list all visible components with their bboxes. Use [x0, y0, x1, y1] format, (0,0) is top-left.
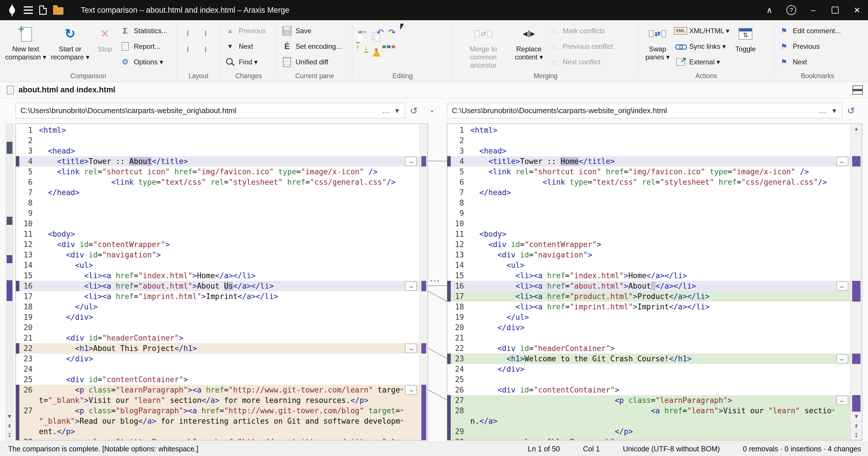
- code-line[interactable]: 8: [447, 198, 850, 208]
- code-text[interactable]: <div id="contentContainer">: [37, 374, 420, 385]
- sync-links-button[interactable]: Sync links ▾: [674, 40, 731, 53]
- next-change-down-button[interactable]: ▼: [6, 411, 13, 421]
- start-or-recompare-button[interactable]: ↻ Start or recompare ▾: [49, 24, 92, 62]
- find-button[interactable]: Find ▾: [223, 55, 267, 69]
- code-line[interactable]: 12 <div id="contentWrapper">: [16, 239, 420, 250]
- code-line[interactable]: 25 <div id="contentContainer">: [16, 374, 420, 385]
- code-text[interactable]: [468, 333, 850, 343]
- code-line[interactable]: 26 <p class="learnParagraph"><a href="ht…: [16, 385, 420, 395]
- code-line[interactable]: 18 <li><a href="imprint.html">Imprint</a…: [447, 302, 850, 312]
- code-text[interactable]: <li><a href="about.html">About Us</a></l…: [37, 281, 420, 291]
- code-text[interactable]: </p>: [468, 426, 850, 437]
- code-line[interactable]: 6 <link type="text/css" rel="stylesheet"…: [16, 177, 420, 187]
- code-line[interactable]: 29 </p>: [447, 426, 850, 437]
- statistics-button[interactable]: Σ Statistics...: [118, 24, 169, 37]
- align-lines-button[interactable]: [385, 47, 386, 48]
- code-text[interactable]: <li><a href="product.html">Product</a></…: [468, 291, 850, 302]
- code-line[interactable]: 9: [447, 208, 850, 219]
- copy-lines-after-button[interactable]: ↓: [364, 42, 369, 53]
- code-line[interactable]: 9: [16, 208, 420, 219]
- push-change-right-button[interactable]: →: [405, 281, 417, 291]
- report-button[interactable]: Report...: [118, 40, 169, 53]
- next-bookmark-button[interactable]: ⚑ Next: [777, 55, 843, 69]
- code-line[interactable]: 17 <li><a href="product.html">Product</a…: [447, 291, 850, 302]
- push-change-left-button[interactable]: ←: [837, 281, 848, 291]
- code-text[interactable]: [37, 135, 420, 146]
- code-line[interactable]: 20: [16, 322, 420, 333]
- code-line[interactable]: 30 <p class="blogParagraph">: [447, 437, 850, 440]
- code-line[interactable]: 27 <p class="blogParagraph"><a href="htt…: [16, 405, 420, 416]
- right-path-dropdown-button[interactable]: ▾: [829, 104, 840, 117]
- menu-icon[interactable]: [24, 6, 33, 14]
- code-text[interactable]: <div id="headerContainer">: [37, 333, 420, 343]
- code-text[interactable]: <li><a href="index.html">Home</a></li>: [37, 270, 420, 281]
- code-line[interactable]: 19 </div>: [16, 312, 420, 322]
- previous-conflict-button[interactable]: ⚠ Previous conflict: [547, 40, 615, 53]
- code-line[interactable]: ent.</p>: [16, 426, 420, 437]
- selection-mode-button[interactable]: [400, 27, 405, 38]
- previous-change-button[interactable]: ▲ Previous: [223, 24, 267, 37]
- maximize-pane-button[interactable]: [852, 85, 863, 95]
- paste-button[interactable]: [355, 27, 356, 38]
- code-text[interactable]: <html>: [37, 125, 420, 135]
- code-line[interactable]: 5 <link rel="shortcut icon" href="img/fa…: [447, 167, 850, 177]
- last-change-button[interactable]: ↧: [850, 431, 862, 440]
- change-mark[interactable]: [7, 255, 12, 263]
- save-button[interactable]: Save: [280, 24, 343, 37]
- left-file-path[interactable]: C:\Users\brunobrito\Documents\carparts-w…: [21, 106, 380, 115]
- code-text[interactable]: [37, 322, 420, 333]
- set-encoding-button[interactable]: É Set encoding...: [280, 40, 343, 53]
- code-line[interactable]: 15 <li><a href="index.html">Home</a></li…: [16, 270, 420, 281]
- code-text[interactable]: </div>: [37, 312, 420, 322]
- new-comparison-icon[interactable]: [39, 5, 47, 15]
- code-text[interactable]: <div id="headerContainer">: [468, 343, 850, 353]
- left-path-history-button[interactable]: ↺: [407, 105, 421, 117]
- code-text[interactable]: <p class="blogParagraph">: [468, 437, 850, 440]
- left-scrollbar[interactable]: [420, 124, 428, 440]
- code-text[interactable]: <div id="contentWrapper">: [468, 239, 850, 250]
- code-text[interactable]: <title>Tower :: About</title>: [37, 156, 420, 167]
- code-text[interactable]: <ul>: [37, 260, 420, 270]
- code-text[interactable]: </ul>: [37, 302, 420, 312]
- code-text[interactable]: [468, 219, 850, 229]
- code-line[interactable]: 10: [447, 219, 850, 229]
- code-text[interactable]: n.</a>: [468, 416, 850, 426]
- code-line[interactable]: 13 <div id="navigation">: [16, 250, 420, 260]
- code-text[interactable]: <head>: [37, 146, 420, 156]
- code-line[interactable]: 6 <link type="text/css" rel="stylesheet"…: [447, 177, 850, 187]
- code-text[interactable]: <div id="contentContainer">: [468, 385, 850, 395]
- code-line[interactable]: 7 </head>: [447, 187, 850, 198]
- code-text[interactable]: <head>: [468, 146, 850, 156]
- code-line[interactable]: t="_blank">Visit our "learn" section</a>…: [16, 395, 420, 405]
- code-line[interactable]: "_blank">Read our blog</a> for interesti…: [16, 416, 420, 426]
- right-path-history-button[interactable]: ↺: [844, 105, 858, 117]
- code-line[interactable]: 7 </head>: [16, 187, 420, 198]
- previous-bookmark-button[interactable]: ⚑ Previous: [777, 40, 843, 53]
- code-text[interactable]: <li><a href="imprint.html">Imprint</a></…: [37, 291, 420, 302]
- code-text[interactable]: [37, 198, 420, 208]
- code-line[interactable]: 14 <ul>: [447, 260, 850, 270]
- scrollbar-change-mark[interactable]: [421, 156, 426, 167]
- code-line[interactable]: 22 <div id="headerContainer">: [447, 343, 850, 353]
- code-line[interactable]: 12 <div id="contentWrapper">: [447, 239, 850, 250]
- code-text[interactable]: </div>: [468, 322, 850, 333]
- help-button[interactable]: ?: [780, 0, 802, 20]
- code-line[interactable]: 27 <p class="learnParagraph">←: [447, 395, 850, 405]
- left-path-browse-button[interactable]: …: [380, 104, 391, 117]
- code-text[interactable]: <p class="blogParagraph"><a href="http:/…: [37, 405, 420, 416]
- right-scrollbar[interactable]: ▲ ▼ ⇟ ↧: [850, 124, 862, 440]
- code-text[interactable]: <p class="learnParagraph">: [468, 395, 850, 405]
- code-text[interactable]: <title>Tower :: Home</title>: [468, 156, 850, 167]
- replace-content-button[interactable]: Replace content ▾: [511, 24, 547, 62]
- code-text[interactable]: <link type="text/css" rel="stylesheet" h…: [37, 177, 420, 187]
- code-text[interactable]: [37, 364, 420, 374]
- code-line[interactable]: 3 <head>: [447, 146, 850, 156]
- maximize-button[interactable]: [824, 0, 846, 20]
- copy-lines-before-button[interactable]: ↑: [355, 42, 360, 53]
- code-text[interactable]: <li><a href="about.html">About </a></li>: [468, 281, 850, 291]
- code-line[interactable]: 21: [447, 333, 850, 343]
- code-text[interactable]: [468, 374, 850, 385]
- last-change-button[interactable]: ↧: [6, 431, 13, 440]
- next-conflict-button[interactable]: ⚠ Next conflict: [547, 55, 615, 69]
- isolate-change-button[interactable]: [389, 47, 391, 48]
